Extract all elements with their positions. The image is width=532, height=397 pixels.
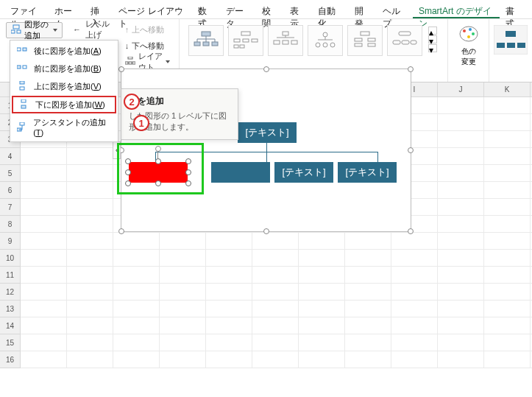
cell[interactable] [160,301,206,317]
col-header[interactable]: K [484,82,531,97]
cell[interactable] [484,114,531,131]
row-header[interactable]: 4 [0,148,21,165]
cell[interactable] [391,284,438,301]
menu-help[interactable]: ヘルプ [377,3,413,18]
cell[interactable] [345,317,391,334]
row-header[interactable]: 15 [0,334,21,351]
cell[interactable] [113,233,160,250]
cell[interactable] [113,334,160,351]
layout-thumb-6[interactable] [387,25,422,56]
layout-button[interactable]: レイアウト [122,55,173,69]
cell[interactable] [484,199,531,216]
cell[interactable] [67,334,113,351]
cell[interactable] [252,250,299,267]
cell[interactable] [206,351,252,368]
cell[interactable] [438,334,484,351]
cell[interactable] [252,284,299,301]
menu-pagelayout[interactable]: ページ レイアウト [113,3,192,18]
cell[interactable] [67,148,113,165]
cell[interactable] [484,97,531,114]
cell[interactable] [438,233,484,250]
dropdown-add-above[interactable]: 上に図形を追加(V) [10,77,118,95]
gallery-expand[interactable]: ▾ [428,44,437,52]
cell[interactable] [206,233,252,250]
menu-review[interactable]: 校閲 [256,3,284,18]
cell[interactable] [160,250,206,267]
resize-handle[interactable] [408,228,414,234]
smartart-style-thumb[interactable] [495,22,526,57]
cell[interactable] [67,182,113,199]
resize-handle[interactable] [408,66,414,72]
cell[interactable] [438,351,484,368]
resize-handle[interactable] [118,66,124,72]
dropdown-add-below[interactable]: 下に図形を追加(W) [12,96,116,113]
dropdown-add-before[interactable]: 前に図形を追加(B) [10,60,118,77]
smartart-node-top[interactable]: [テキスト] [238,122,297,143]
cell[interactable] [391,351,438,368]
cell[interactable] [484,131,531,148]
cell[interactable] [438,267,484,284]
menu-view[interactable]: 表示 [284,3,312,18]
cell[interactable] [206,317,252,334]
add-shape-button[interactable]: 図形の追加 [6,22,63,38]
cell[interactable] [67,301,113,317]
row-header[interactable]: 12 [0,284,21,301]
cell[interactable] [252,267,299,284]
cell[interactable] [438,317,484,334]
cell[interactable] [345,334,391,351]
menu-formulas[interactable]: 数式 [192,3,220,18]
cell[interactable] [160,317,206,334]
cell[interactable] [484,334,531,351]
resize-handle[interactable] [408,147,414,153]
cell[interactable] [113,284,160,301]
cell[interactable] [113,250,160,267]
promote-button[interactable]: ← レベル上げ [70,22,115,37]
cell[interactable] [21,351,67,368]
cell[interactable] [299,250,345,267]
dropdown-add-after[interactable]: 後に図形を追加(A) [10,42,118,60]
cell[interactable] [484,165,531,182]
gallery-scroll-up[interactable]: ▴ [428,27,437,35]
menu-automate[interactable]: 自動化 [312,3,348,18]
cell[interactable] [21,334,67,351]
cell[interactable] [438,165,484,182]
cell[interactable] [438,131,484,148]
row-header[interactable]: 14 [0,317,21,334]
cell[interactable] [438,250,484,267]
cell[interactable] [21,216,67,233]
cell[interactable] [484,267,531,284]
row-header[interactable]: 7 [0,199,21,216]
cell[interactable] [252,334,299,351]
row-header[interactable]: 16 [0,351,21,368]
gallery-scroll-down[interactable]: ▾ [428,35,437,43]
cell[interactable] [67,216,113,233]
cell[interactable] [160,334,206,351]
resize-handle[interactable] [263,66,269,72]
cell[interactable] [345,233,391,250]
col-header[interactable]: J [438,82,484,97]
cell[interactable] [160,267,206,284]
cell[interactable] [113,351,160,368]
cell[interactable] [67,267,113,284]
cell[interactable] [299,267,345,284]
row-header[interactable]: 6 [0,182,21,199]
row-header[interactable]: 9 [0,233,21,250]
layout-thumb-2[interactable] [228,25,263,56]
cell[interactable] [299,233,345,250]
cell[interactable] [206,284,252,301]
cell[interactable] [21,165,67,182]
layout-thumb-4[interactable] [308,25,343,56]
cell[interactable] [484,233,531,250]
cell[interactable] [113,267,160,284]
cell[interactable] [67,165,113,182]
cell[interactable] [345,267,391,284]
menu-file[interactable]: ファイル [4,3,49,18]
cell[interactable] [21,182,67,199]
cell[interactable] [21,199,67,216]
cell[interactable] [299,334,345,351]
cell[interactable] [160,351,206,368]
cell[interactable] [67,199,113,216]
resize-handle[interactable] [118,228,124,234]
row-header[interactable]: 8 [0,216,21,233]
menu-developer[interactable]: 開発 [349,3,377,18]
